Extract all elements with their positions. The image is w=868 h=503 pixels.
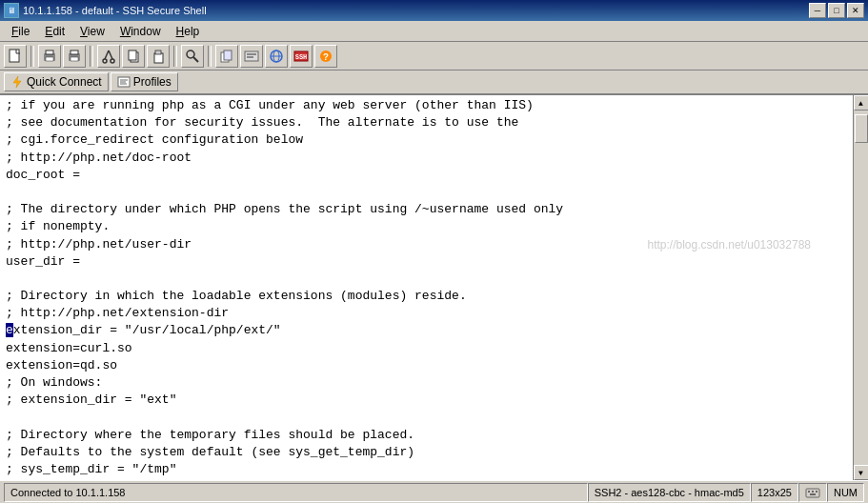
terminal-line: ; http://php.net/doc-root bbox=[6, 150, 847, 167]
svg-rect-2 bbox=[46, 50, 53, 54]
svg-marker-29 bbox=[13, 76, 21, 88]
svg-rect-35 bbox=[808, 491, 810, 493]
terminal-line: ; On windows: bbox=[6, 374, 847, 392]
toolbar-cut[interactable] bbox=[97, 45, 120, 68]
title-bar-left: 🖥 10.1.1.158 - default - SSH Secure Shel… bbox=[4, 3, 207, 18]
terminal-line: ; extension_dir = "ext" bbox=[6, 392, 847, 409]
quick-connect-label: Quick Connect bbox=[27, 75, 102, 89]
window-title: 10.1.1.158 - default - SSH Secure Shell bbox=[23, 5, 207, 16]
quick-connect-button[interactable]: Quick Connect bbox=[4, 72, 109, 91]
svg-point-15 bbox=[187, 50, 194, 58]
terminal-line: user_dir = bbox=[6, 253, 847, 271]
terminal-line bbox=[6, 478, 847, 480]
terminal-line: ; sys_temp_dir = "/tmp" bbox=[6, 461, 847, 478]
toolbar-separator-1 bbox=[30, 46, 34, 67]
encryption-status: SSH2 - aes128-cbc - hmac-md5 bbox=[588, 483, 751, 502]
toolbar-globe[interactable] bbox=[265, 45, 288, 68]
dimensions-status: 123x25 bbox=[751, 483, 798, 502]
terminal-line: ; cgi.force_redirect configuration below bbox=[6, 131, 847, 149]
connection-status: Connected to 10.1.1.158 bbox=[4, 483, 588, 502]
status-bar: Connected to 10.1.1.158 SSH2 - aes128-cb… bbox=[0, 480, 868, 503]
title-bar: 🖥 10.1.1.158 - default - SSH Secure Shel… bbox=[0, 0, 868, 21]
toolbar-paste[interactable] bbox=[147, 45, 170, 68]
menu-edit[interactable]: Edit bbox=[37, 23, 72, 40]
terminal-line: ; http://php.net/extension-dir bbox=[6, 305, 847, 322]
toolbar-separator-4 bbox=[208, 46, 212, 67]
vertical-scrollbar[interactable]: ▲ ▼ bbox=[853, 95, 868, 480]
svg-rect-3 bbox=[46, 57, 53, 61]
svg-text:?: ? bbox=[323, 52, 329, 63]
svg-rect-36 bbox=[812, 491, 814, 493]
terminal-line: doc_root = bbox=[6, 167, 847, 184]
profiles-button[interactable]: Profiles bbox=[111, 72, 178, 91]
svg-rect-0 bbox=[10, 50, 19, 62]
svg-line-16 bbox=[193, 57, 198, 62]
menu-help[interactable]: Help bbox=[169, 23, 208, 40]
toolbar: SSH ? bbox=[0, 42, 868, 70]
terminal-line bbox=[6, 271, 847, 288]
terminal-line: ; The directory under which PHP opens th… bbox=[6, 201, 847, 218]
terminal-line: ; Directory where the temporary files sh… bbox=[6, 427, 847, 444]
profiles-label: Profiles bbox=[133, 75, 172, 89]
svg-rect-37 bbox=[816, 491, 818, 493]
title-bar-controls: ─ □ ✕ bbox=[809, 3, 864, 18]
menu-file[interactable]: File bbox=[4, 23, 37, 40]
terminal-wrapper: ; if you are running php as a CGI under … bbox=[0, 95, 868, 480]
svg-rect-38 bbox=[810, 493, 816, 495]
terminal-line: ; if you are running php as a CGI under … bbox=[6, 97, 847, 114]
terminal-line bbox=[6, 184, 847, 201]
toolbar-help[interactable]: ? bbox=[314, 45, 337, 68]
terminal-line: ; if nonempty. bbox=[6, 218, 847, 235]
svg-rect-14 bbox=[155, 50, 161, 54]
terminal-line: ; Defaults to the system default (see sy… bbox=[6, 444, 847, 461]
close-button[interactable]: ✕ bbox=[847, 3, 864, 18]
menu-window[interactable]: Window bbox=[112, 23, 169, 40]
keyboard-icon-status bbox=[798, 483, 827, 502]
toolbar-copy[interactable] bbox=[122, 45, 145, 68]
svg-rect-34 bbox=[806, 489, 819, 497]
quickconnect-bar: Quick Connect Profiles bbox=[0, 70, 868, 95]
svg-rect-13 bbox=[154, 53, 163, 63]
scroll-down-button[interactable]: ▼ bbox=[854, 465, 869, 480]
toolbar-b2[interactable] bbox=[240, 45, 263, 68]
terminal-line: ; http://php.net/user-dir bbox=[6, 236, 847, 253]
profiles-icon bbox=[117, 75, 131, 89]
toolbar-red[interactable]: SSH bbox=[290, 45, 313, 68]
maximize-button[interactable]: □ bbox=[828, 3, 845, 18]
toolbar-print1[interactable] bbox=[38, 45, 61, 68]
terminal-line: extension=qd.so bbox=[6, 357, 847, 374]
lightning-icon bbox=[10, 75, 24, 89]
menu-bar: File Edit View Window Help bbox=[0, 21, 868, 42]
terminal-output[interactable]: ; if you are running php as a CGI under … bbox=[0, 95, 853, 480]
minimize-button[interactable]: ─ bbox=[809, 3, 826, 18]
toolbar-separator-2 bbox=[90, 46, 93, 67]
toolbar-b1[interactable] bbox=[215, 45, 238, 68]
svg-rect-19 bbox=[245, 51, 258, 61]
terminal-line bbox=[6, 409, 847, 426]
svg-rect-5 bbox=[71, 50, 78, 54]
svg-line-10 bbox=[109, 50, 112, 59]
svg-rect-12 bbox=[129, 50, 136, 60]
scroll-track[interactable] bbox=[854, 111, 868, 465]
scroll-up-button[interactable]: ▲ bbox=[854, 95, 869, 111]
terminal-line: extension_dir = "/usr/local/php/ext/" bbox=[6, 322, 847, 339]
svg-point-7 bbox=[103, 59, 107, 63]
svg-rect-6 bbox=[71, 57, 78, 61]
svg-line-9 bbox=[105, 50, 109, 59]
svg-point-8 bbox=[111, 59, 114, 63]
toolbar-search[interactable] bbox=[181, 45, 204, 68]
app-icon: 🖥 bbox=[4, 3, 19, 18]
terminal-line: ; Directory in which the loadable extens… bbox=[6, 288, 847, 305]
toolbar-print2[interactable] bbox=[63, 45, 86, 68]
toolbar-new[interactable] bbox=[4, 45, 27, 68]
menu-view[interactable]: View bbox=[72, 23, 112, 40]
terminal-line: ; see documentation for security issues.… bbox=[6, 114, 847, 131]
terminal-line: extension=curl.so bbox=[6, 340, 847, 357]
numlock-status: NUM bbox=[827, 483, 864, 502]
toolbar-separator-3 bbox=[173, 46, 177, 67]
svg-rect-18 bbox=[224, 50, 232, 60]
svg-text:SSH: SSH bbox=[295, 53, 308, 61]
scroll-thumb[interactable] bbox=[855, 114, 868, 143]
